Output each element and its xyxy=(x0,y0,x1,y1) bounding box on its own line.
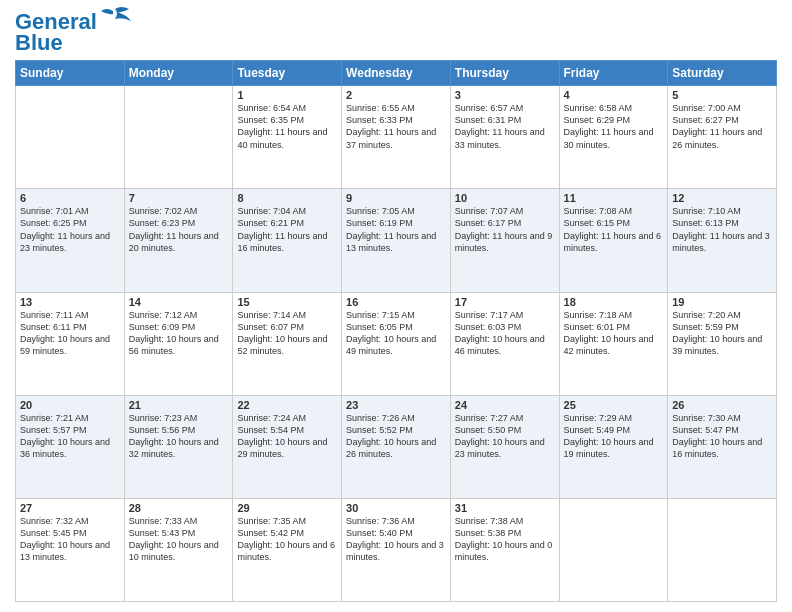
day-number: 9 xyxy=(346,192,446,204)
calendar-cell: 1Sunrise: 6:54 AM Sunset: 6:35 PM Daylig… xyxy=(233,86,342,189)
day-number: 11 xyxy=(564,192,664,204)
calendar-cell: 4Sunrise: 6:58 AM Sunset: 6:29 PM Daylig… xyxy=(559,86,668,189)
calendar-cell: 14Sunrise: 7:12 AM Sunset: 6:09 PM Dayli… xyxy=(124,292,233,395)
day-number: 16 xyxy=(346,296,446,308)
calendar-cell: 13Sunrise: 7:11 AM Sunset: 6:11 PM Dayli… xyxy=(16,292,125,395)
day-info: Sunrise: 7:04 AM Sunset: 6:21 PM Dayligh… xyxy=(237,205,337,254)
day-number: 31 xyxy=(455,502,555,514)
day-number: 1 xyxy=(237,89,337,101)
day-info: Sunrise: 7:11 AM Sunset: 6:11 PM Dayligh… xyxy=(20,309,120,358)
day-info: Sunrise: 7:10 AM Sunset: 6:13 PM Dayligh… xyxy=(672,205,772,254)
day-number: 13 xyxy=(20,296,120,308)
day-number: 24 xyxy=(455,399,555,411)
calendar-cell: 22Sunrise: 7:24 AM Sunset: 5:54 PM Dayli… xyxy=(233,395,342,498)
day-info: Sunrise: 7:38 AM Sunset: 5:38 PM Dayligh… xyxy=(455,515,555,564)
day-info: Sunrise: 7:21 AM Sunset: 5:57 PM Dayligh… xyxy=(20,412,120,461)
day-number: 12 xyxy=(672,192,772,204)
day-number: 21 xyxy=(129,399,229,411)
page: General Blue SundayMondayTuesdayWednesda… xyxy=(0,0,792,612)
day-info: Sunrise: 7:00 AM Sunset: 6:27 PM Dayligh… xyxy=(672,102,772,151)
calendar-cell: 31Sunrise: 7:38 AM Sunset: 5:38 PM Dayli… xyxy=(450,498,559,601)
logo-blue: Blue xyxy=(15,30,63,56)
calendar-cell: 3Sunrise: 6:57 AM Sunset: 6:31 PM Daylig… xyxy=(450,86,559,189)
calendar-week-1: 6Sunrise: 7:01 AM Sunset: 6:25 PM Daylig… xyxy=(16,189,777,292)
day-number: 6 xyxy=(20,192,120,204)
day-number: 18 xyxy=(564,296,664,308)
day-info: Sunrise: 7:29 AM Sunset: 5:49 PM Dayligh… xyxy=(564,412,664,461)
calendar-cell: 11Sunrise: 7:08 AM Sunset: 6:15 PM Dayli… xyxy=(559,189,668,292)
day-info: Sunrise: 7:18 AM Sunset: 6:01 PM Dayligh… xyxy=(564,309,664,358)
day-info: Sunrise: 7:14 AM Sunset: 6:07 PM Dayligh… xyxy=(237,309,337,358)
day-number: 28 xyxy=(129,502,229,514)
col-header-thursday: Thursday xyxy=(450,61,559,86)
day-number: 10 xyxy=(455,192,555,204)
day-info: Sunrise: 7:30 AM Sunset: 5:47 PM Dayligh… xyxy=(672,412,772,461)
calendar-cell: 2Sunrise: 6:55 AM Sunset: 6:33 PM Daylig… xyxy=(342,86,451,189)
calendar-cell: 12Sunrise: 7:10 AM Sunset: 6:13 PM Dayli… xyxy=(668,189,777,292)
day-number: 25 xyxy=(564,399,664,411)
calendar-week-4: 27Sunrise: 7:32 AM Sunset: 5:45 PM Dayli… xyxy=(16,498,777,601)
day-number: 8 xyxy=(237,192,337,204)
calendar-table: SundayMondayTuesdayWednesdayThursdayFrid… xyxy=(15,60,777,602)
day-number: 3 xyxy=(455,89,555,101)
calendar-week-3: 20Sunrise: 7:21 AM Sunset: 5:57 PM Dayli… xyxy=(16,395,777,498)
day-number: 20 xyxy=(20,399,120,411)
calendar-cell: 27Sunrise: 7:32 AM Sunset: 5:45 PM Dayli… xyxy=(16,498,125,601)
calendar-header-row: SundayMondayTuesdayWednesdayThursdayFrid… xyxy=(16,61,777,86)
day-number: 23 xyxy=(346,399,446,411)
col-header-wednesday: Wednesday xyxy=(342,61,451,86)
calendar-cell xyxy=(16,86,125,189)
calendar-cell: 17Sunrise: 7:17 AM Sunset: 6:03 PM Dayli… xyxy=(450,292,559,395)
day-number: 29 xyxy=(237,502,337,514)
calendar-cell: 18Sunrise: 7:18 AM Sunset: 6:01 PM Dayli… xyxy=(559,292,668,395)
calendar-cell: 19Sunrise: 7:20 AM Sunset: 5:59 PM Dayli… xyxy=(668,292,777,395)
day-number: 19 xyxy=(672,296,772,308)
day-number: 7 xyxy=(129,192,229,204)
day-info: Sunrise: 7:05 AM Sunset: 6:19 PM Dayligh… xyxy=(346,205,446,254)
day-number: 5 xyxy=(672,89,772,101)
day-number: 30 xyxy=(346,502,446,514)
day-info: Sunrise: 7:12 AM Sunset: 6:09 PM Dayligh… xyxy=(129,309,229,358)
logo-bird-icon xyxy=(99,7,131,29)
calendar-cell xyxy=(124,86,233,189)
day-info: Sunrise: 7:01 AM Sunset: 6:25 PM Dayligh… xyxy=(20,205,120,254)
calendar-cell: 20Sunrise: 7:21 AM Sunset: 5:57 PM Dayli… xyxy=(16,395,125,498)
day-info: Sunrise: 7:20 AM Sunset: 5:59 PM Dayligh… xyxy=(672,309,772,358)
day-info: Sunrise: 7:36 AM Sunset: 5:40 PM Dayligh… xyxy=(346,515,446,564)
calendar-cell: 23Sunrise: 7:26 AM Sunset: 5:52 PM Dayli… xyxy=(342,395,451,498)
calendar-cell: 10Sunrise: 7:07 AM Sunset: 6:17 PM Dayli… xyxy=(450,189,559,292)
day-info: Sunrise: 7:07 AM Sunset: 6:17 PM Dayligh… xyxy=(455,205,555,254)
day-info: Sunrise: 7:08 AM Sunset: 6:15 PM Dayligh… xyxy=(564,205,664,254)
day-info: Sunrise: 7:02 AM Sunset: 6:23 PM Dayligh… xyxy=(129,205,229,254)
calendar-week-2: 13Sunrise: 7:11 AM Sunset: 6:11 PM Dayli… xyxy=(16,292,777,395)
day-number: 15 xyxy=(237,296,337,308)
calendar-cell xyxy=(668,498,777,601)
day-info: Sunrise: 7:32 AM Sunset: 5:45 PM Dayligh… xyxy=(20,515,120,564)
calendar-cell: 7Sunrise: 7:02 AM Sunset: 6:23 PM Daylig… xyxy=(124,189,233,292)
day-info: Sunrise: 6:58 AM Sunset: 6:29 PM Dayligh… xyxy=(564,102,664,151)
calendar-cell: 30Sunrise: 7:36 AM Sunset: 5:40 PM Dayli… xyxy=(342,498,451,601)
day-info: Sunrise: 7:15 AM Sunset: 6:05 PM Dayligh… xyxy=(346,309,446,358)
day-info: Sunrise: 7:24 AM Sunset: 5:54 PM Dayligh… xyxy=(237,412,337,461)
calendar-week-0: 1Sunrise: 6:54 AM Sunset: 6:35 PM Daylig… xyxy=(16,86,777,189)
col-header-saturday: Saturday xyxy=(668,61,777,86)
day-number: 14 xyxy=(129,296,229,308)
day-number: 26 xyxy=(672,399,772,411)
calendar-cell: 5Sunrise: 7:00 AM Sunset: 6:27 PM Daylig… xyxy=(668,86,777,189)
calendar-cell: 24Sunrise: 7:27 AM Sunset: 5:50 PM Dayli… xyxy=(450,395,559,498)
col-header-sunday: Sunday xyxy=(16,61,125,86)
calendar-cell: 9Sunrise: 7:05 AM Sunset: 6:19 PM Daylig… xyxy=(342,189,451,292)
day-info: Sunrise: 6:57 AM Sunset: 6:31 PM Dayligh… xyxy=(455,102,555,151)
col-header-friday: Friday xyxy=(559,61,668,86)
calendar-cell: 29Sunrise: 7:35 AM Sunset: 5:42 PM Dayli… xyxy=(233,498,342,601)
day-info: Sunrise: 7:35 AM Sunset: 5:42 PM Dayligh… xyxy=(237,515,337,564)
day-number: 27 xyxy=(20,502,120,514)
calendar-cell: 6Sunrise: 7:01 AM Sunset: 6:25 PM Daylig… xyxy=(16,189,125,292)
day-info: Sunrise: 7:26 AM Sunset: 5:52 PM Dayligh… xyxy=(346,412,446,461)
calendar-cell: 16Sunrise: 7:15 AM Sunset: 6:05 PM Dayli… xyxy=(342,292,451,395)
day-info: Sunrise: 7:33 AM Sunset: 5:43 PM Dayligh… xyxy=(129,515,229,564)
day-number: 22 xyxy=(237,399,337,411)
day-number: 4 xyxy=(564,89,664,101)
day-info: Sunrise: 6:55 AM Sunset: 6:33 PM Dayligh… xyxy=(346,102,446,151)
calendar-cell: 28Sunrise: 7:33 AM Sunset: 5:43 PM Dayli… xyxy=(124,498,233,601)
